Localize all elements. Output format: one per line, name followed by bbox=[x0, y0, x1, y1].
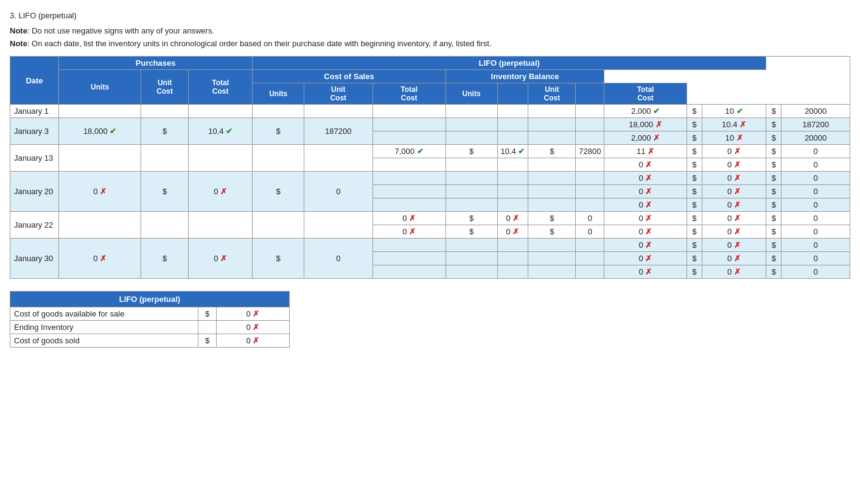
cross-icon: ✗ bbox=[512, 227, 519, 236]
inv-units-cell: 0 ✗ bbox=[604, 212, 687, 225]
summary-title: LIFO (perpetual) bbox=[10, 292, 290, 307]
purch-uc: 0 ✗ bbox=[189, 172, 253, 212]
cos-e4 bbox=[528, 131, 576, 145]
inv-uc-cell: 0 ✗ bbox=[702, 225, 766, 239]
inv-uc-cell: 0 ✗ bbox=[702, 145, 766, 158]
cos-e4 bbox=[528, 265, 576, 279]
cross-icon: ✗ bbox=[253, 309, 259, 318]
note1-bold: Note bbox=[10, 26, 27, 35]
inv-units-cell: 0 ✗ bbox=[604, 239, 687, 252]
purch-dollar2: $ bbox=[253, 172, 304, 212]
inv-dollar: $ bbox=[687, 252, 702, 265]
cos-tc-cell: 0 bbox=[576, 225, 604, 239]
cos-e4 bbox=[528, 105, 576, 118]
cos-section-header: Cost of Sales bbox=[253, 70, 446, 83]
cross-icon: ✗ bbox=[734, 240, 741, 250]
inv-tc-cell: 0 bbox=[781, 239, 850, 252]
inv-units-cell: 0 ✗ bbox=[604, 172, 687, 185]
date-header: Date bbox=[10, 57, 59, 105]
inv-dollar2: $ bbox=[766, 265, 781, 279]
intro-heading: 3. LIFO (perpetual) bbox=[10, 10, 850, 23]
inv-tc-cell: 0 bbox=[781, 198, 850, 212]
summary-prefix: $ bbox=[198, 307, 217, 321]
cos-units-header: Units bbox=[253, 83, 304, 105]
cos-e3 bbox=[497, 131, 528, 145]
purch-empty4 bbox=[253, 212, 304, 239]
note2-text: : On each date, list the inventory units… bbox=[27, 39, 492, 48]
inv-tc-cell: 20000 bbox=[781, 105, 850, 118]
cos-dollar2: $ bbox=[528, 225, 576, 239]
cos-tc-cell: 0 bbox=[576, 212, 604, 225]
cos-e2 bbox=[446, 185, 497, 198]
purch-unit-cost-header: Unit Cost bbox=[141, 70, 189, 105]
cos-e3 bbox=[497, 158, 528, 172]
cross-icon: ✗ bbox=[645, 214, 652, 223]
cross-icon: ✗ bbox=[220, 187, 227, 196]
inv-dollar: $ bbox=[687, 145, 702, 158]
purch-empty5 bbox=[304, 145, 372, 172]
cross-icon: ✗ bbox=[734, 187, 741, 196]
purch-uc: 10.4 ✔ bbox=[189, 118, 253, 145]
cos-e1 bbox=[372, 172, 446, 185]
cos-uc-cell: 0 ✗ bbox=[497, 212, 528, 225]
summary-table: LIFO (perpetual) Cost of goods available… bbox=[10, 291, 290, 348]
purch-dollar: $ bbox=[141, 118, 189, 145]
cos-uc-cell: 0 ✗ bbox=[497, 225, 528, 239]
inv-dollar2: $ bbox=[766, 212, 781, 225]
inv-units-cell: 0 ✗ bbox=[604, 158, 687, 172]
inv-uc-cell: 0 ✗ bbox=[702, 265, 766, 279]
summary-label: Cost of goods available for sale bbox=[10, 307, 198, 321]
summary-prefix-empty bbox=[198, 321, 217, 334]
purch-empty5 bbox=[304, 212, 372, 239]
cos-uc-cell: 10.4 ✔ bbox=[497, 145, 528, 158]
cos-e2 bbox=[446, 239, 497, 252]
cross-icon: ✗ bbox=[648, 147, 654, 156]
check-icon: ✔ bbox=[417, 147, 424, 156]
inv-uc-cell: 0 ✗ bbox=[702, 172, 766, 185]
cos-e5 bbox=[576, 105, 604, 118]
inv-uc-cell: 0 ✗ bbox=[702, 239, 766, 252]
inv-units-cell: 0 ✗ bbox=[604, 252, 687, 265]
cos-e4 bbox=[528, 252, 576, 265]
cross-icon: ✗ bbox=[653, 133, 660, 142]
inv-dollar2: $ bbox=[766, 225, 781, 239]
cos-e1 bbox=[372, 198, 446, 212]
inv-dollar2: $ bbox=[766, 198, 781, 212]
inv-unit-cost-header: Unit Cost bbox=[528, 83, 576, 105]
cross-icon: ✗ bbox=[734, 267, 741, 276]
cos-e1 bbox=[372, 265, 446, 279]
cross-icon: ✗ bbox=[645, 200, 652, 209]
cross-icon: ✗ bbox=[734, 147, 741, 156]
inv-uc-cell: 0 ✗ bbox=[702, 185, 766, 198]
note1-text: : Do not use negative signs with any of … bbox=[27, 26, 214, 35]
inv-tc-cell: 0 bbox=[781, 185, 850, 198]
inv-dollar: $ bbox=[687, 265, 702, 279]
inv-uc-cell: 10 ✗ bbox=[702, 131, 766, 145]
inv-uc-cell: 0 ✗ bbox=[702, 198, 766, 212]
purch-empty bbox=[59, 212, 141, 239]
inv-units-cell: 18,000 ✗ bbox=[604, 118, 687, 131]
cos-dollar: $ bbox=[446, 212, 497, 225]
purch-empty5 bbox=[304, 105, 372, 118]
inv-dollar2: $ bbox=[766, 252, 781, 265]
cos-e3 bbox=[497, 252, 528, 265]
check-icon: ✔ bbox=[110, 127, 116, 136]
summary-row: Ending Inventory0 ✗ bbox=[10, 321, 290, 334]
purch-units: 0 ✗ bbox=[59, 172, 141, 212]
cos-dollar2: $ bbox=[528, 212, 576, 225]
inv-dollar: $ bbox=[687, 172, 702, 185]
check-icon: ✔ bbox=[736, 107, 743, 116]
date-cell: January 22 bbox=[10, 212, 59, 239]
cross-icon: ✗ bbox=[655, 120, 662, 129]
inv-tc-cell: 0 bbox=[781, 158, 850, 172]
cos-e1 bbox=[372, 185, 446, 198]
cross-icon: ✗ bbox=[734, 160, 741, 169]
cos-e2 bbox=[446, 252, 497, 265]
date-cell: January 13 bbox=[10, 145, 59, 172]
cos-e1 bbox=[372, 118, 446, 131]
cos-total-cost-header: Total Cost bbox=[372, 83, 446, 105]
cos-e5 bbox=[576, 131, 604, 145]
cross-icon: ✗ bbox=[734, 227, 741, 236]
note1: Note: Do not use negative signs with any… bbox=[10, 25, 850, 38]
inv-units-cell: 2,000 ✗ bbox=[604, 131, 687, 145]
